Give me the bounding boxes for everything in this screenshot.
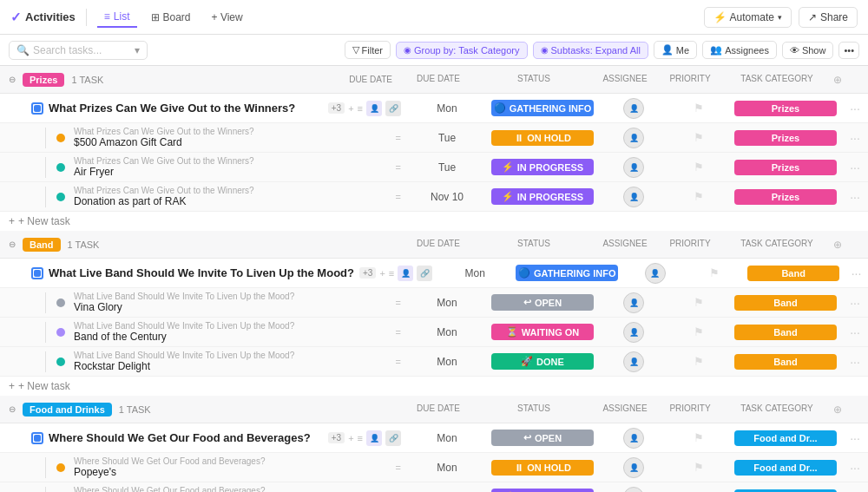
cell-category[interactable]: Prizes	[729, 97, 842, 120]
task-link-icon[interactable]: 🔗	[417, 266, 432, 281]
cell-add[interactable]: ···	[842, 296, 868, 310]
cell-status[interactable]: ⚡ IN PROGRESS	[486, 155, 599, 179]
tab-add-view[interactable]: + View	[205, 8, 250, 27]
status-badge[interactable]: ↩ OPEN	[491, 294, 594, 311]
add-subtask-icon[interactable]: +	[348, 103, 353, 114]
cell-priority[interactable]: ⚑	[668, 157, 729, 177]
category-badge[interactable]: Band	[734, 295, 837, 311]
add-subtask-icon[interactable]: +	[348, 433, 353, 443]
cell-category[interactable]: Band	[742, 262, 845, 285]
cell-category[interactable]: Food and Dr...	[729, 486, 842, 493]
cell-add[interactable]: ···	[842, 102, 868, 115]
cell-priority[interactable]: ⚑	[687, 263, 742, 283]
status-badge[interactable]: ⚡ IN PROGRESS	[491, 188, 594, 205]
cell-status[interactable]: ⏳ WAITING ON	[486, 320, 599, 344]
new-task-prizes[interactable]: + + New task	[0, 212, 868, 231]
add-group-btn[interactable]: ⊕	[833, 239, 859, 251]
category-badge[interactable]: Food and Dr...	[734, 460, 837, 476]
status-badge[interactable]: 🔵 GATHERING INFO	[491, 100, 594, 116]
group-by-button[interactable]: ◉ Group by: Task Category	[396, 42, 527, 59]
search-dropdown-icon[interactable]: ▾	[135, 44, 140, 56]
cell-status[interactable]: ⏸ ON HOLD	[486, 127, 599, 149]
new-task-band[interactable]: + + New task	[0, 377, 868, 396]
cell-category[interactable]: Prizes	[729, 186, 842, 208]
cell-priority[interactable]: ⚑	[668, 487, 729, 492]
share-button[interactable]: ↗ Share	[799, 7, 858, 28]
avatar[interactable]: 👤	[623, 157, 644, 178]
add-subtask-icon[interactable]: +	[379, 268, 385, 279]
cell-category[interactable]: Band	[729, 321, 842, 344]
category-badge[interactable]: Band	[734, 325, 837, 340]
cell-priority[interactable]: ⚑	[668, 428, 729, 448]
cell-add[interactable]: ···	[842, 461, 868, 475]
avatar[interactable]: 👤	[623, 292, 644, 313]
cell-add[interactable]: ···	[842, 190, 868, 204]
cell-status[interactable]: ↩ OPEN	[486, 291, 599, 314]
cell-priority[interactable]: ⚑	[668, 457, 729, 477]
equals-icon[interactable]: ≡	[389, 268, 394, 279]
more-options-button[interactable]: •••	[838, 42, 859, 59]
cell-status[interactable]: 🚀 DONE	[486, 350, 599, 373]
category-badge[interactable]: Prizes	[734, 101, 837, 116]
status-badge[interactable]: ⏸ ON HOLD	[491, 460, 594, 476]
search-box[interactable]: 🔍 Search tasks... ▾	[9, 41, 148, 60]
task-link-icon[interactable]: 🔗	[385, 430, 401, 446]
subtasks-button[interactable]: ◉ Subtasks: Expand All	[533, 42, 648, 59]
filter-button[interactable]: ▽ Filter	[345, 41, 391, 59]
category-badge[interactable]: Food and Dr...	[734, 430, 837, 446]
task-checkbox[interactable]	[31, 102, 43, 115]
category-badge[interactable]: Prizes	[734, 130, 837, 146]
cell-category[interactable]: Prizes	[729, 156, 842, 179]
cell-priority[interactable]: ⚑	[668, 292, 729, 312]
cell-priority[interactable]: ⚑	[668, 351, 729, 371]
cell-priority[interactable]: ⚑	[668, 187, 729, 207]
me-button[interactable]: 👤 Me	[654, 41, 697, 59]
cell-status[interactable]: ⏸ ON HOLD	[486, 456, 599, 479]
cell-status[interactable]: 🔵 GATHERING INFO	[510, 261, 623, 285]
category-badge[interactable]: Prizes	[734, 189, 837, 205]
cell-category[interactable]: Band	[729, 351, 842, 373]
category-badge[interactable]: Food and Dr...	[734, 489, 837, 493]
avatar[interactable]: 👤	[623, 351, 644, 372]
cell-priority[interactable]: ⚑	[668, 98, 729, 118]
status-badge[interactable]: ⚡ IN PROGRESS	[491, 159, 594, 175]
task-avatar-icon[interactable]: 👤	[366, 430, 382, 446]
cell-status[interactable]: 🔵 GATHERING INFO	[486, 96, 599, 120]
avatar[interactable]: 👤	[623, 128, 644, 148]
cell-category[interactable]: Food and Dr...	[729, 456, 842, 479]
prizes-toggle[interactable]: ⊖	[9, 75, 16, 84]
assignees-button[interactable]: 👥 Assignees	[702, 41, 777, 59]
cell-category[interactable]: Food and Dr...	[729, 427, 842, 449]
cell-add[interactable]: ···	[842, 325, 868, 339]
food-toggle[interactable]: ⊖	[9, 404, 16, 414]
cell-add[interactable]: ···	[842, 131, 868, 145]
task-avatar-icon[interactable]: 👤	[398, 266, 413, 281]
task-link-icon[interactable]: 🔗	[385, 101, 401, 116]
category-badge[interactable]: Band	[747, 266, 839, 281]
tab-list[interactable]: ≡ List	[97, 7, 137, 28]
cell-add[interactable]: ···	[845, 266, 868, 280]
cell-status[interactable]: ↩ OPEN	[486, 426, 599, 449]
status-badge[interactable]: 🚀 DONE	[491, 353, 594, 370]
add-group-btn[interactable]: ⊕	[833, 74, 859, 86]
status-badge[interactable]: ↩ OPEN	[491, 430, 594, 446]
show-button[interactable]: 👁 Show	[782, 42, 834, 59]
equals-icon[interactable]: ≡	[358, 433, 363, 443]
category-badge[interactable]: Band	[734, 354, 837, 370]
task-avatar-icon[interactable]: 👤	[366, 101, 382, 116]
status-badge[interactable]: ⏸ ON HOLD	[491, 130, 594, 146]
status-badge[interactable]: ⚡ IN PROGRESS	[491, 489, 594, 492]
automate-button[interactable]: ⚡ Automate ▾	[704, 7, 792, 28]
avatar[interactable]: 👤	[623, 457, 644, 478]
task-checkbox[interactable]	[31, 267, 43, 279]
status-badge[interactable]: ⏳ WAITING ON	[491, 324, 594, 340]
category-badge[interactable]: Prizes	[734, 160, 837, 175]
cell-category[interactable]: Prizes	[729, 127, 842, 149]
equals-icon[interactable]: ≡	[358, 103, 363, 114]
cell-status[interactable]: ⚡ IN PROGRESS	[486, 185, 599, 208]
cell-add[interactable]: ···	[842, 161, 868, 174]
add-group-btn[interactable]: ⊕	[833, 403, 859, 416]
cell-category[interactable]: Band	[729, 292, 842, 314]
tab-board[interactable]: ⊞ Board	[144, 8, 198, 27]
avatar[interactable]: 👤	[623, 428, 644, 449]
